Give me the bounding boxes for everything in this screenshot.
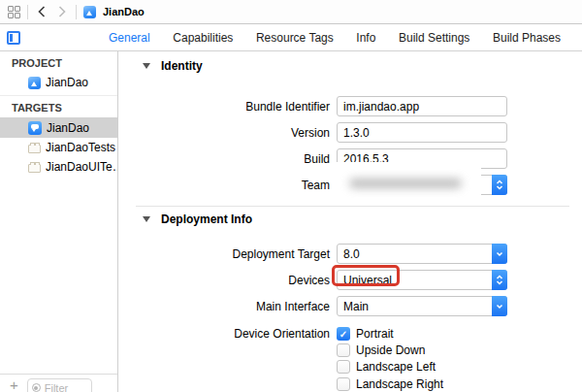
checkbox-label: Landscape Right	[356, 377, 443, 391]
test-bundle-icon	[28, 164, 41, 173]
orientation-upside-down-row: Upside Down	[118, 343, 516, 357]
tab-info[interactable]: Info	[356, 31, 375, 45]
filter-field[interactable]: Filter	[27, 378, 92, 392]
toggle-targets-list-icon[interactable]	[7, 31, 20, 45]
test-bundle-icon	[28, 145, 41, 153]
sidebar-item-target-jiandaotests[interactable]: JianDaoTests	[0, 138, 117, 157]
field-label: Device Orientation	[118, 327, 330, 341]
field-label: Devices	[118, 274, 330, 287]
jump-bar: JianDao	[0, 0, 582, 24]
redacted-text	[349, 179, 462, 188]
add-target-button[interactable]: +	[10, 378, 18, 392]
popup-stepper-icon	[492, 175, 507, 195]
sidebar-item-label: JianDao	[46, 76, 88, 89]
general-settings-pane: Identity Bundle Identifier im.jiandao.ap…	[118, 51, 582, 392]
tab-capabilities[interactable]: Capabilities	[173, 31, 233, 45]
sidebar-item-label: JianDaoUITe…	[46, 160, 117, 174]
combo-chevron-down-icon	[492, 244, 507, 264]
landscape-right-checkbox[interactable]	[337, 377, 350, 391]
tab-build-phases[interactable]: Build Phases	[493, 31, 561, 45]
targets-section-header: TARGETS	[0, 96, 117, 117]
identity-section-header: Identity	[143, 59, 203, 73]
filter-icon	[32, 383, 41, 392]
disclosure-triangle-icon[interactable]	[143, 216, 150, 222]
section-title: Identity	[161, 59, 203, 73]
devices-popup[interactable]: Universal	[337, 270, 507, 290]
field-value: 1.3.0	[343, 126, 370, 140]
xcode-window: JianDao General Capabilities Resource Ta…	[0, 0, 582, 392]
orientation-landscape-left-row: Landscape Left	[118, 360, 516, 374]
separator	[76, 5, 77, 19]
field-value: 8.0	[343, 247, 360, 261]
checkbox-label: Portrait	[356, 327, 394, 341]
forward-button[interactable]	[55, 3, 69, 20]
project-targets-sidebar: PROJECT JianDao TARGETS JianDao JianDaoT…	[0, 51, 118, 392]
field-label: Team	[118, 179, 330, 192]
orientation-landscape-right-row: Landscape Right	[118, 377, 516, 391]
tab-resource-tags[interactable]: Resource Tags	[256, 31, 334, 45]
devices-row: Devices Universal	[118, 270, 516, 290]
field-label: Deployment Target	[118, 247, 330, 261]
upside-down-checkbox[interactable]	[337, 343, 350, 357]
bundle-identifier-input[interactable]: im.jiandao.app	[337, 96, 507, 116]
project-file-icon	[28, 77, 41, 89]
version-row: Version 1.3.0	[118, 122, 516, 143]
project-section-header: PROJECT	[0, 51, 117, 73]
field-value: Main	[343, 300, 369, 313]
tab-build-settings[interactable]: Build Settings	[399, 31, 469, 45]
field-value: im.jiandao.app	[343, 100, 419, 114]
landscape-left-checkbox[interactable]	[337, 360, 350, 374]
team-name-redaction	[334, 162, 481, 205]
section-divider	[136, 206, 569, 207]
sidebar-item-label: JianDaoTests	[46, 141, 115, 154]
separator	[27, 5, 28, 19]
settings-tabs: General Capabilities Resource Tags Info …	[109, 31, 561, 45]
portrait-checkbox[interactable]	[337, 327, 350, 341]
disclosure-triangle-icon[interactable]	[143, 63, 150, 69]
bundle-identifier-row: Bundle Identifier im.jiandao.app	[118, 96, 516, 116]
team-row: Team	[118, 175, 516, 195]
sidebar-item-label: JianDao	[47, 121, 89, 135]
field-label: Build	[118, 152, 330, 166]
checkbox-label: Upside Down	[356, 343, 425, 357]
sidebar-item-target-jiandao[interactable]: JianDao	[0, 117, 117, 138]
deployment-target-row: Deployment Target 8.0	[118, 244, 516, 264]
field-value: Universal	[343, 274, 392, 287]
section-title: Deployment Info	[161, 212, 252, 226]
related-items-icon[interactable]	[8, 6, 20, 18]
field-label: Version	[118, 126, 330, 140]
project-file-icon	[83, 6, 96, 18]
jump-bar-project-name[interactable]: JianDao	[103, 6, 145, 17]
main-interface-row: Main Interface Main	[118, 296, 516, 316]
combo-chevron-down-icon	[492, 296, 507, 316]
editor-tab-bar: General Capabilities Resource Tags Info …	[0, 24, 582, 51]
tab-general[interactable]: General	[109, 31, 150, 45]
popup-stepper-icon	[492, 270, 507, 290]
deployment-info-section-header: Deployment Info	[143, 212, 252, 226]
filter-placeholder: Filter	[45, 382, 68, 392]
sidebar-filter-bar: + Filter	[0, 374, 117, 392]
back-button[interactable]	[35, 3, 48, 20]
field-label: Main Interface	[118, 300, 330, 313]
checkbox-label: Landscape Left	[356, 360, 436, 374]
sidebar-item-project-jiandao[interactable]: JianDao	[0, 73, 117, 92]
sidebar-item-target-jiandaouitests[interactable]: JianDaoUITe…	[0, 157, 117, 177]
app-target-icon	[28, 121, 42, 135]
version-input[interactable]: 1.3.0	[337, 122, 507, 143]
field-label: Bundle Identifier	[118, 100, 330, 114]
main-interface-combobox[interactable]: Main	[337, 296, 507, 316]
orientation-portrait-row: Device Orientation Portrait	[118, 327, 516, 341]
deployment-target-combobox[interactable]: 8.0	[337, 244, 507, 264]
